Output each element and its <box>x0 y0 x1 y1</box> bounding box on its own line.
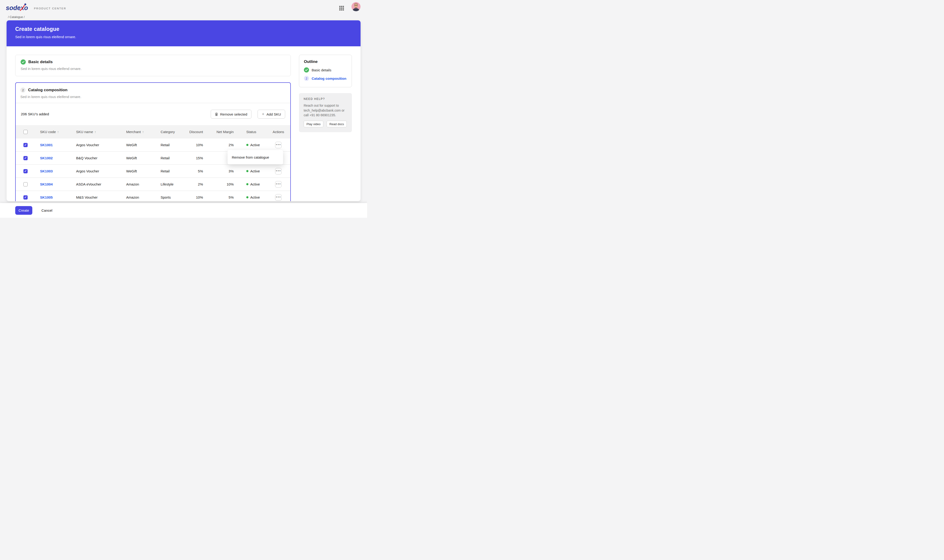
row-actions-button[interactable]: ●●● <box>275 181 282 188</box>
sku-code-link[interactable]: SK1004 <box>40 182 53 186</box>
sku-code-link[interactable]: SK1003 <box>40 169 53 173</box>
row-checkbox[interactable] <box>23 169 28 173</box>
plus-icon: + <box>262 112 264 116</box>
top-bar: sodexo PRODUCT CENTER <box>0 0 367 14</box>
table-row: SK1004 ASDA eVoucher Amazon Lifestyle 2%… <box>16 178 290 191</box>
category-cell: Lifestyle <box>160 182 184 186</box>
table-row: SK1005 M&S Voucher Amazon Sports 10% 5% … <box>16 191 290 201</box>
step-complete-check-icon <box>21 59 26 65</box>
apps-grid-icon[interactable] <box>339 6 344 11</box>
add-sku-button[interactable]: + Add SKU <box>258 110 285 118</box>
outline-panel: Outline Basic details 2 Catalog composit… <box>299 55 352 87</box>
add-sku-label: Add SKU <box>267 112 281 116</box>
column-header-discount: Discount <box>184 130 203 134</box>
status-label: Active <box>250 169 260 173</box>
remove-from-catalogue-menu-item[interactable]: Remove from catalogue <box>232 155 269 159</box>
merchant-cell: Amazon <box>126 195 160 199</box>
create-catalogue-card: Create catalogue Sed in lorem quis risus… <box>6 20 361 201</box>
catalog-composition-title: Catalog composition <box>28 88 68 92</box>
status-cell: Active <box>234 169 267 173</box>
row-actions-menu: Remove from catalogue <box>228 150 283 165</box>
status-label: Active <box>250 143 260 147</box>
user-avatar[interactable] <box>352 2 361 11</box>
column-header-category: Category <box>160 130 184 134</box>
outline-check-icon <box>304 68 309 72</box>
merchant-cell: WeGift <box>126 156 160 160</box>
sku-name-cell: B&Q Voucher <box>76 156 126 160</box>
sku-code-link[interactable]: SK1005 <box>40 195 53 199</box>
column-header-sku-name[interactable]: SKU name↑ <box>76 130 126 134</box>
basic-details-title: Basic details <box>28 60 53 64</box>
status-active-dot-icon <box>246 196 248 198</box>
discount-cell: 10% <box>184 143 203 147</box>
discount-cell: 15% <box>184 156 203 160</box>
sku-name-cell: Argos Voucher <box>76 169 126 173</box>
breadcrumb[interactable]: / Catalogue / <box>8 15 25 19</box>
select-all-checkbox[interactable] <box>23 130 28 134</box>
status-cell: Active <box>234 182 267 186</box>
discount-cell: 10% <box>184 195 203 199</box>
basic-details-step-card: Basic details Sed in lorem quis risus el… <box>15 55 291 76</box>
cancel-button[interactable]: Cancel <box>42 208 52 212</box>
sku-table-header: SKU code↑ SKU name↑ Merchant↑ Category D… <box>16 125 290 138</box>
outline-item-label: Catalog composition <box>312 77 346 80</box>
need-help-panel: NEED HELP? Reach out for support to tech… <box>299 93 352 132</box>
trash-icon <box>215 112 218 116</box>
read-docs-button[interactable]: Read docs <box>327 121 347 127</box>
sku-code-link[interactable]: SK1001 <box>40 143 53 147</box>
page: sodexo PRODUCT CENTER <box>0 0 367 218</box>
row-actions-button[interactable]: ●●● <box>275 142 282 148</box>
row-checkbox[interactable] <box>23 143 28 147</box>
row-actions-button[interactable]: ●●● <box>275 194 282 201</box>
category-cell: Sports <box>160 195 184 199</box>
net-margin-cell: 10% <box>203 182 234 186</box>
table-row: SK1001 Argos Voucher WeGift Retail 10% 2… <box>16 138 290 152</box>
column-header-merchant[interactable]: Merchant↑ <box>126 130 160 134</box>
outline-item-catalog-composition[interactable]: 2 Catalog composition <box>304 76 347 81</box>
status-cell: Active <box>234 195 267 199</box>
play-video-button[interactable]: Play video <box>304 121 323 127</box>
outline-item-basic-details[interactable]: Basic details <box>304 68 347 72</box>
row-checkbox[interactable] <box>23 156 28 160</box>
basic-details-subtitle: Sed in lorem quis risus eleifend ornare. <box>21 67 285 71</box>
discount-cell: 5% <box>184 169 203 173</box>
status-label: Active <box>250 195 260 199</box>
net-margin-cell: 5% <box>203 195 234 199</box>
step-number-badge: 2 <box>20 88 26 92</box>
status-label: Active <box>250 182 260 186</box>
sort-asc-icon: ↑ <box>94 130 96 134</box>
sort-asc-icon: ↑ <box>142 130 144 134</box>
ellipsis-icon: ●●● <box>276 196 281 198</box>
row-checkbox[interactable] <box>23 195 28 200</box>
sku-code-link[interactable]: SK1002 <box>40 156 53 160</box>
catalog-composition-step-card: 2 Catalog composition Sed in lorem quis … <box>15 82 291 201</box>
sodexo-logo: sodexo <box>6 3 29 12</box>
net-margin-cell: 2% <box>203 143 234 147</box>
status-active-dot-icon <box>246 170 248 172</box>
column-header-net-margin: Net Margin <box>203 130 234 134</box>
column-header-status: Status <box>234 130 267 134</box>
need-help-body: Reach out for support to tech_help@abcba… <box>304 103 347 118</box>
row-actions-button[interactable]: ●●● <box>275 168 282 174</box>
ellipsis-icon: ●●● <box>276 169 281 172</box>
status-active-dot-icon <box>246 183 248 185</box>
table-row: SK1003 Argos Voucher WeGift Retail 5% 3%… <box>16 165 290 178</box>
footer-action-bar: Create Cancel <box>0 203 367 218</box>
category-cell: Retail <box>160 143 184 147</box>
sku-name-cell: Argos Voucher <box>76 143 126 147</box>
status-cell: Active <box>234 143 267 147</box>
sku-name-cell: M&S Voucher <box>76 195 126 199</box>
create-button[interactable]: Create <box>15 206 32 215</box>
product-center-label: PRODUCT CENTER <box>34 7 66 10</box>
sku-name-cell: ASDA eVoucher <box>76 182 126 186</box>
remove-selected-label: Remove selected <box>220 112 247 116</box>
sort-asc-icon: ↑ <box>57 130 59 134</box>
net-margin-cell: 3% <box>203 169 234 173</box>
discount-cell: 2% <box>184 182 203 186</box>
row-checkbox[interactable] <box>23 182 28 186</box>
column-header-sku-code[interactable]: SKU code↑ <box>40 130 76 134</box>
sku-table-body: SK1001 Argos Voucher WeGift Retail 10% 2… <box>16 138 290 201</box>
remove-selected-button[interactable]: Remove selected <box>211 110 251 118</box>
merchant-cell: Amazon <box>126 182 160 186</box>
outline-item-label: Basic details <box>312 68 331 72</box>
